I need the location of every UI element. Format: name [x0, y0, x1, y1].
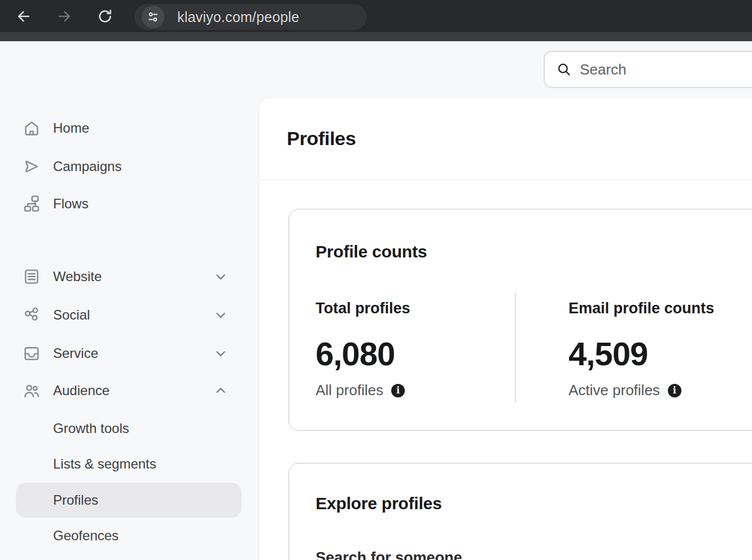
sidebar-item-service[interactable]: Service [16, 336, 242, 371]
sidebar-item-label: Profiles [53, 483, 98, 518]
page-title: Profiles [287, 128, 356, 150]
document-icon [23, 268, 41, 286]
bookmarks-bar [0, 32, 752, 41]
sidebar-item-label: Geofences [53, 518, 119, 553]
back-arrow-icon [15, 8, 32, 25]
url-text[interactable]: klaviyo.com/people [177, 4, 299, 30]
profile-counts-card: Profile counts Total profiles 6,080 All … [288, 209, 752, 431]
chevron-up-icon [215, 384, 227, 397]
stat-sublabel: Active profiles [569, 382, 660, 399]
reload-icon [97, 8, 113, 25]
chevron-down-icon [215, 270, 227, 283]
sidebar-item-campaigns[interactable]: Campaigns [16, 149, 242, 184]
stat-sublabel: All profiles [316, 382, 383, 399]
sidebar-item-label: Growth tools [53, 411, 129, 446]
stat-value: 4,509 [569, 335, 648, 373]
social-nodes-icon [23, 306, 41, 324]
info-icon[interactable]: i [668, 384, 681, 397]
sidebar-item-lists-segments[interactable]: Lists & segments [16, 447, 242, 482]
sidebar-item-label: Audience [53, 373, 110, 408]
profile-counts-title: Profile counts [316, 242, 427, 261]
home-icon [23, 119, 41, 137]
sidebar-item-home[interactable]: Home [16, 111, 242, 146]
sidebar-item-audience[interactable]: Audience [16, 373, 242, 408]
site-settings-button[interactable] [142, 6, 164, 28]
stat-label: Email profile counts [569, 300, 714, 317]
sidebar-item-label: Flows [53, 186, 89, 221]
inbox-icon [23, 344, 41, 362]
sidebar-item-profiles[interactable]: Profiles [16, 483, 242, 518]
search-icon [556, 62, 572, 77]
search-input[interactable] [580, 61, 738, 78]
column-divider [515, 293, 516, 403]
sidebar-item-social[interactable]: Social [16, 298, 242, 333]
chevron-down-icon [215, 347, 227, 360]
main-panel: Profiles Profile counts Total profiles 6… [259, 97, 752, 560]
flow-hierarchy-icon [23, 195, 41, 213]
sidebar-item-label: Service [53, 336, 98, 371]
forward-arrow-icon [56, 8, 73, 25]
stat-label: Total profiles [316, 300, 410, 317]
paper-plane-icon [23, 158, 41, 176]
sidebar-item-label: Home [53, 111, 89, 146]
divider [259, 180, 752, 180]
explore-search-label: Search for someone [316, 549, 462, 560]
info-icon[interactable]: i [391, 384, 405, 397]
stat-value: 6,080 [316, 335, 395, 373]
sidebar-item-geofences[interactable]: Geofences [16, 518, 242, 553]
sidebar-item-growth-tools[interactable]: Growth tools [16, 411, 242, 446]
back-button[interactable] [15, 7, 33, 25]
people-icon [23, 382, 41, 400]
global-search[interactable] [544, 51, 752, 88]
browser-toolbar: klaviyo.com/people [0, 0, 752, 41]
explore-profiles-card: Explore profiles Search for someone [288, 463, 752, 560]
sidebar-item-website[interactable]: Website [16, 259, 242, 294]
sidebar: Home Campaigns Flows Website Social [0, 41, 259, 560]
tune-icon [146, 10, 160, 24]
forward-button[interactable] [55, 7, 73, 25]
url-bar[interactable]: klaviyo.com/people [134, 4, 367, 30]
reload-button[interactable] [96, 7, 114, 25]
sidebar-item-label: Lists & segments [53, 447, 156, 482]
explore-profiles-title: Explore profiles [316, 494, 442, 513]
sidebar-item-label: Website [53, 259, 102, 294]
sidebar-item-flows[interactable]: Flows [16, 186, 242, 221]
sidebar-item-label: Social [53, 298, 90, 333]
sidebar-item-label: Campaigns [53, 149, 121, 184]
chevron-down-icon [215, 309, 227, 321]
